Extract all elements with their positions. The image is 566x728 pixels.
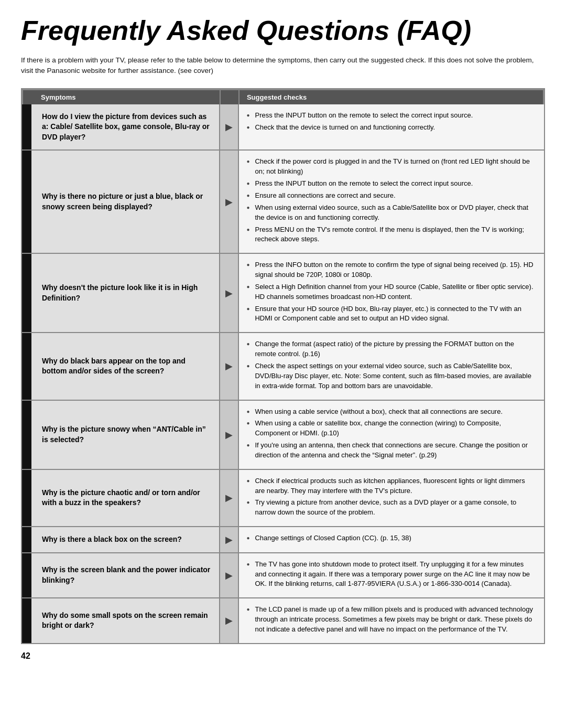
arrow-icon bbox=[220, 401, 239, 469]
answer-cell: Check if the power cord is plugged in an… bbox=[239, 151, 544, 253]
answer-cell: Check if electrical products such as kit… bbox=[239, 470, 544, 526]
black-bar bbox=[22, 104, 31, 150]
black-bar bbox=[22, 254, 31, 332]
arrow-icon bbox=[220, 553, 239, 598]
header-answer-col: Suggested checks bbox=[240, 90, 543, 104]
answer-cell: The TV has gone into shutdown mode to pr… bbox=[239, 553, 544, 598]
answer-item: If you're using an antenna, then check t… bbox=[246, 441, 537, 461]
table-row: Why is there no picture or just a blue, … bbox=[22, 151, 544, 254]
arrow-icon bbox=[220, 254, 239, 332]
question-text: Why is there a black box on the screen? bbox=[42, 534, 182, 545]
arrow-icon bbox=[220, 333, 239, 399]
answer-item: Check that the device is turned on and f… bbox=[246, 123, 537, 133]
table-row: Why is the picture snowy when “ANT/Cable… bbox=[22, 401, 544, 470]
question-cell: Why is there no picture or just a blue, … bbox=[22, 151, 220, 253]
table-row: Why do black bars appear on the top and … bbox=[22, 333, 544, 400]
answer-item: Change settings of Closed Caption (CC). … bbox=[246, 533, 537, 543]
faq-table: Symptoms Suggested checks How do I view … bbox=[21, 88, 545, 644]
answer-cell: Press the INPUT button on the remote to … bbox=[239, 104, 544, 150]
question-text: Why do black bars appear on the top and … bbox=[42, 356, 211, 377]
answer-cell: The LCD panel is made up of a few millio… bbox=[239, 598, 544, 643]
question-cell: Why doesn't the picture look like it is … bbox=[22, 254, 220, 332]
header-arrow-col bbox=[221, 90, 240, 104]
table-row: Why is there a black box on the screen?C… bbox=[22, 527, 544, 553]
arrow-icon bbox=[220, 598, 239, 643]
answer-item: When using a cable service (without a bo… bbox=[246, 407, 537, 417]
answer-cell: Change settings of Closed Caption (CC). … bbox=[239, 527, 544, 552]
arrow-icon bbox=[220, 527, 239, 552]
header-question-col: Symptoms bbox=[23, 90, 221, 104]
question-cell: Why is there a black box on the screen? bbox=[22, 527, 220, 552]
question-text: Why is the picture snowy when “ANT/Cable… bbox=[42, 424, 211, 445]
table-row: How do I view the picture from devices s… bbox=[22, 104, 544, 151]
arrow-icon bbox=[220, 151, 239, 253]
page-title: Frequently Asked Questions (FAQ) bbox=[21, 16, 545, 46]
intro-text: If there is a problem with your TV, plea… bbox=[21, 55, 545, 77]
black-bar bbox=[22, 401, 31, 469]
arrow-icon bbox=[220, 104, 239, 150]
black-bar bbox=[22, 151, 31, 253]
black-bar bbox=[22, 598, 31, 643]
question-text: Why is there no picture or just a blue, … bbox=[42, 191, 211, 212]
black-bar bbox=[22, 333, 31, 399]
question-cell: Why do black bars appear on the top and … bbox=[22, 333, 220, 399]
black-bar bbox=[22, 527, 31, 552]
question-text: Why do some small spots on the screen re… bbox=[42, 611, 211, 631]
question-cell: Why is the picture snowy when “ANT/Cable… bbox=[22, 401, 220, 469]
answer-item: Press MENU on the TV's remote control. I… bbox=[246, 225, 537, 245]
black-bar bbox=[22, 553, 31, 598]
question-text: Why is the picture chaotic and/ or torn … bbox=[42, 488, 211, 508]
answer-item: Press the INFO button on the remote to c… bbox=[246, 260, 537, 280]
question-text: How do I view the picture from devices s… bbox=[42, 112, 211, 143]
answer-item: Change the format (aspect ratio) of the … bbox=[246, 339, 537, 359]
table-row: Why is the picture chaotic and/ or torn … bbox=[22, 470, 544, 527]
answer-item: The TV has gone into shutdown mode to pr… bbox=[246, 560, 537, 590]
question-text: Why is the screen blank and the power in… bbox=[42, 565, 211, 585]
table-row: Why doesn't the picture look like it is … bbox=[22, 254, 544, 333]
question-cell: Why is the picture chaotic and/ or torn … bbox=[22, 470, 220, 526]
answer-item: When using external video source, such a… bbox=[246, 203, 537, 223]
answer-cell: When using a cable service (without a bo… bbox=[239, 401, 544, 469]
answer-item: The LCD panel is made up of a few millio… bbox=[246, 605, 537, 635]
answer-cell: Change the format (aspect ratio) of the … bbox=[239, 333, 544, 399]
table-row: Why is the screen blank and the power in… bbox=[22, 553, 544, 599]
question-cell: Why is the screen blank and the power in… bbox=[22, 553, 220, 598]
answer-item: Check if electrical products such as kit… bbox=[246, 476, 537, 496]
answer-item: Try viewing a picture from another devic… bbox=[246, 498, 537, 518]
question-text: Why doesn't the picture look like it is … bbox=[42, 283, 211, 303]
table-header: Symptoms Suggested checks bbox=[22, 89, 544, 104]
answer-item: Check the aspect settings on your extern… bbox=[246, 361, 537, 391]
answer-item: Select a High Definition channel from yo… bbox=[246, 282, 537, 302]
answer-item: When using a cable or satellite box, cha… bbox=[246, 419, 537, 438]
arrow-icon bbox=[220, 470, 239, 526]
table-row: Why do some small spots on the screen re… bbox=[22, 598, 544, 643]
question-cell: How do I view the picture from devices s… bbox=[22, 104, 220, 150]
answer-item: Check if the power cord is plugged in an… bbox=[246, 157, 537, 177]
question-cell: Why do some small spots on the screen re… bbox=[22, 598, 220, 643]
answer-item: Press the INPUT button on the remote to … bbox=[246, 111, 537, 121]
answer-item: Ensure that your HD source (HD box, Blu-… bbox=[246, 304, 537, 324]
answer-item: Press the INPUT button on the remote to … bbox=[246, 179, 537, 189]
page-number: 42 bbox=[21, 651, 545, 661]
black-bar bbox=[22, 470, 31, 526]
answer-item: Ensure all connections are correct and s… bbox=[246, 191, 537, 201]
answer-cell: Press the INFO button on the remote to c… bbox=[239, 254, 544, 332]
